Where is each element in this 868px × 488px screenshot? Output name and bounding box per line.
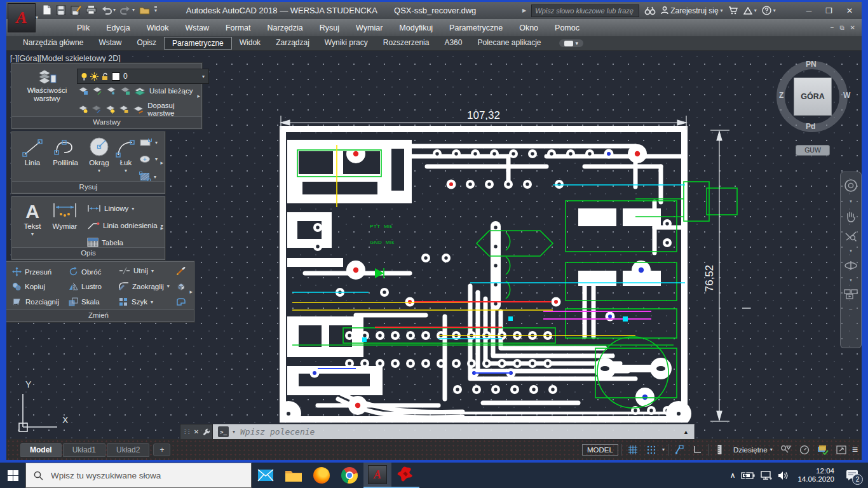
network-icon[interactable] bbox=[761, 471, 772, 480]
command-input-area[interactable] bbox=[213, 424, 695, 439]
doc-restore-button[interactable] bbox=[839, 24, 844, 32]
leader-tool[interactable]: Linia odniesienia bbox=[87, 221, 163, 230]
infocenter-search-input[interactable] bbox=[531, 4, 639, 17]
ortho-mode-toggle[interactable] bbox=[690, 443, 705, 457]
command-line-grip[interactable] bbox=[180, 424, 213, 439]
match-layer-icon[interactable] bbox=[133, 105, 144, 114]
match-layer-label[interactable]: Dopasuj warstwę bbox=[147, 102, 201, 117]
zoom-extents-icon[interactable] bbox=[844, 229, 857, 242]
tray-expand-icon[interactable] bbox=[730, 471, 736, 480]
menu-item[interactable]: Modyfikuj bbox=[391, 21, 441, 35]
layer-isolate-icon[interactable] bbox=[78, 86, 88, 95]
start-button[interactable] bbox=[0, 463, 25, 488]
rysuj-panel-title[interactable]: Rysuj bbox=[12, 181, 165, 193]
wrench-icon[interactable] bbox=[203, 428, 210, 436]
opis-panel-title[interactable]: Opis bbox=[12, 247, 165, 259]
command-history-caret-icon[interactable] bbox=[233, 429, 235, 435]
annotation-scale-icon[interactable] bbox=[712, 443, 728, 457]
action-center-button[interactable]: 2 bbox=[843, 466, 862, 485]
taskbar-mail[interactable] bbox=[252, 463, 280, 488]
taskbar-firefox[interactable] bbox=[308, 463, 336, 488]
mirror-tool[interactable]: Lustro bbox=[69, 282, 102, 291]
annotation-visibility-toggle[interactable] bbox=[778, 443, 794, 457]
menu-item[interactable]: Edycja bbox=[98, 21, 139, 35]
layer-unlock-icon[interactable] bbox=[119, 105, 128, 114]
arc-tool[interactable]: Łuk bbox=[115, 139, 137, 173]
circle-tool[interactable]: Okrąg bbox=[85, 136, 114, 173]
plot-printer-icon[interactable] bbox=[86, 5, 97, 15]
array-tool[interactable]: Szyk bbox=[119, 297, 153, 306]
linear-dim-tool[interactable]: Liniowy bbox=[87, 205, 134, 212]
scale-tool[interactable]: Skala bbox=[69, 297, 100, 306]
stretch-tool[interactable]: Rozciągnij bbox=[12, 297, 59, 306]
menu-item[interactable]: Pomoc bbox=[546, 21, 588, 35]
infocenter-collapse-icon[interactable] bbox=[522, 8, 526, 13]
units-dropdown[interactable]: Dziesiętne bbox=[731, 446, 775, 454]
doc-minimize-button[interactable] bbox=[831, 24, 834, 32]
qat-customize-icon[interactable] bbox=[154, 6, 157, 13]
layer-freeze-icon[interactable] bbox=[106, 86, 116, 95]
layer-thaw-icon[interactable] bbox=[105, 105, 115, 114]
store-cart-icon[interactable] bbox=[728, 6, 738, 15]
isolate-objects-toggle[interactable] bbox=[797, 443, 812, 457]
dimension-tool[interactable]: Wymiar bbox=[48, 202, 82, 230]
opis-flyout-icon[interactable] bbox=[160, 225, 163, 231]
viewcube-east[interactable]: W bbox=[843, 91, 850, 100]
orbit-icon[interactable] bbox=[844, 260, 858, 271]
menu-item[interactable]: Format bbox=[217, 21, 259, 35]
rotate-tool[interactable]: Obróć bbox=[69, 267, 101, 276]
layer-properties-button[interactable]: Właściwości warstwy bbox=[20, 69, 74, 103]
open-folder-icon[interactable] bbox=[139, 6, 150, 15]
customization-menu-icon[interactable] bbox=[852, 444, 858, 456]
model-space-button[interactable]: MODEL bbox=[582, 444, 618, 456]
layer-on-icon[interactable] bbox=[78, 105, 88, 114]
hatch-tool[interactable] bbox=[139, 172, 156, 182]
zmien-panel-title[interactable]: Zmień bbox=[6, 309, 194, 321]
zoom-caret-icon[interactable] bbox=[850, 248, 852, 254]
ribbon-tab[interactable]: Polecane aplikacje bbox=[470, 37, 548, 50]
sign-in[interactable]: Zarejestruj się bbox=[661, 6, 722, 15]
search-binoculars-icon[interactable] bbox=[644, 6, 656, 15]
layout-tab[interactable]: Układ2 bbox=[107, 443, 149, 457]
copy-tool[interactable]: Kopiuj bbox=[12, 282, 45, 291]
navbar-collapse-icon[interactable] bbox=[849, 306, 853, 313]
battery-icon[interactable] bbox=[741, 471, 755, 480]
menu-item[interactable]: Okno bbox=[511, 21, 546, 35]
layer-dropdown[interactable]: 0 bbox=[77, 69, 209, 84]
doc-close-button[interactable] bbox=[850, 24, 855, 32]
rysuj-flyout-icon[interactable] bbox=[160, 159, 163, 166]
application-menu-button[interactable]: A bbox=[8, 3, 36, 32]
table-tool[interactable]: Tabela bbox=[87, 238, 123, 247]
recorder-button[interactable] bbox=[559, 39, 584, 47]
edit-polyline-tool[interactable] bbox=[176, 297, 186, 306]
save-icon[interactable] bbox=[56, 5, 66, 15]
menu-item[interactable]: Wymiar bbox=[348, 21, 391, 35]
layer-off-icon[interactable] bbox=[92, 105, 101, 114]
layout-tab[interactable]: Układ1 bbox=[63, 443, 105, 457]
redo-caret-icon[interactable] bbox=[132, 7, 135, 13]
taskbar-clock[interactable]: 12:04 14.06.2020 bbox=[795, 467, 837, 484]
rectangle-tool[interactable] bbox=[139, 139, 158, 147]
ellipse-tool[interactable] bbox=[139, 155, 158, 163]
set-current-label[interactable]: Ustal bieżący bbox=[149, 87, 193, 95]
fillet-tool[interactable]: Zaokrąglij bbox=[119, 282, 170, 290]
trim-tool[interactable]: Utnij bbox=[119, 267, 154, 274]
ribbon-tab[interactable]: Parametryczne bbox=[164, 37, 232, 50]
minimize-button[interactable] bbox=[806, 6, 812, 15]
hardware-acceleration-toggle[interactable] bbox=[815, 443, 831, 457]
save-as-icon[interactable] bbox=[71, 5, 81, 15]
menu-item[interactable]: Widok bbox=[139, 21, 177, 35]
taskbar-chrome[interactable] bbox=[336, 463, 363, 488]
layer-unisolate-icon[interactable] bbox=[92, 86, 102, 95]
viewcube-ucs-button[interactable]: GUW bbox=[796, 145, 830, 156]
menu-item[interactable]: Narzędzia bbox=[259, 21, 311, 35]
viewcube-west[interactable]: Z bbox=[779, 91, 783, 100]
undo-icon[interactable] bbox=[101, 6, 112, 15]
taskbar-explorer[interactable] bbox=[280, 463, 308, 488]
layout-tab[interactable]: Model bbox=[20, 443, 62, 457]
navigation-wheel-icon[interactable] bbox=[844, 179, 858, 193]
zmien-flyout-icon[interactable] bbox=[189, 288, 193, 295]
command-close-icon[interactable] bbox=[194, 428, 199, 435]
close-button[interactable] bbox=[846, 6, 853, 15]
help-menu[interactable] bbox=[762, 6, 776, 15]
